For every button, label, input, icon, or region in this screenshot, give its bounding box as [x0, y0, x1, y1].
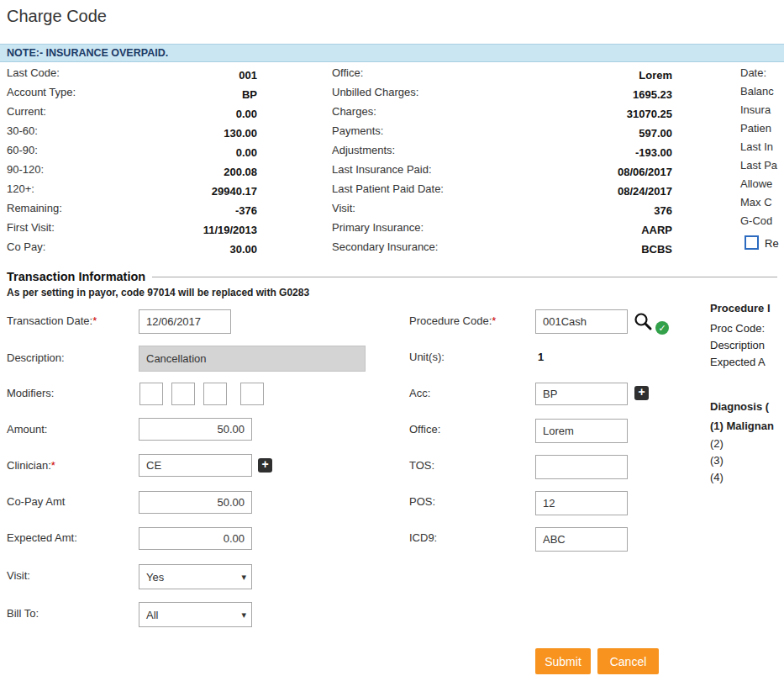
summary-value: 001	[239, 69, 257, 82]
transaction-section-header: Transaction Information	[7, 270, 777, 283]
summary-row: 30-60:130.00	[7, 124, 257, 144]
expected-amount-input[interactable]	[139, 527, 252, 550]
expected-amount-label: Expected Amt:	[7, 531, 77, 544]
summary-label: Unbilled Charges:	[332, 86, 418, 98]
clinician-input[interactable]	[139, 454, 252, 477]
summary-label: Remaining:	[7, 202, 62, 214]
summary-row: Last Code:001	[7, 66, 257, 86]
required-marker: *	[51, 459, 55, 472]
summary-row: Charges:31070.25	[332, 105, 672, 124]
summary-row: Co Pay:30.00	[7, 240, 257, 260]
transaction-date-input[interactable]	[139, 309, 231, 334]
office-input[interactable]	[535, 419, 628, 443]
summary-row: Account Type:BP	[7, 86, 257, 105]
diagnosis-item-1: (1) Malignan	[710, 420, 774, 432]
visit-select[interactable]: Yes ▾	[139, 564, 252, 589]
cancel-button[interactable]: Cancel	[597, 648, 659, 674]
visit-label: Visit:	[7, 569, 30, 582]
diagnosis-item-4: (4)	[710, 471, 723, 483]
summary-value: 11/19/2013	[203, 224, 257, 236]
tos-label: TOS:	[409, 459, 434, 472]
summary-row: Max C	[740, 196, 784, 214]
diagnosis-panel-title: Diagnosis (	[710, 400, 769, 413]
summary-row: Payments:597.00	[332, 124, 672, 144]
icd9-label: ICD9:	[409, 531, 437, 544]
diagnosis-item-2: (2)	[710, 437, 723, 450]
summary-value: 31070.25	[627, 108, 672, 120]
summary-label: Primary Insurance:	[332, 221, 424, 234]
procedure-code-input[interactable]	[535, 309, 628, 334]
summary-row: Current:0.00	[7, 105, 257, 124]
summary-row: Secondary Insurance:BCBS	[332, 240, 672, 260]
summary-label: Allowe	[740, 177, 772, 190]
summary-label: Date:	[740, 66, 766, 79]
summary-checkbox[interactable]	[745, 235, 759, 250]
summary-label: Last In	[740, 140, 773, 153]
submit-button[interactable]: Submit	[535, 648, 591, 674]
summary-value: 0.00	[236, 146, 257, 159]
acc-add-button[interactable]: +	[634, 386, 649, 400]
summary-value: 1695.23	[633, 88, 672, 101]
summary-row: Unbilled Charges:1695.23	[332, 86, 672, 105]
summary-label: G-Cod	[740, 214, 772, 227]
pos-input[interactable]	[535, 491, 628, 515]
summary-label: Current:	[7, 105, 46, 118]
icd9-input[interactable]	[535, 527, 628, 552]
bill-to-select[interactable]: All ▾	[139, 602, 252, 627]
modifier-input-2[interactable]	[171, 383, 195, 405]
summary-label: Secondary Insurance:	[332, 240, 438, 253]
summary-value: 597.00	[639, 127, 672, 140]
modifier-input-1[interactable]	[139, 383, 163, 405]
summary-row: Visit:376	[332, 202, 672, 221]
summary-value: 376	[654, 204, 672, 217]
summary-row: Last Patient Paid Date:08/24/2017	[332, 182, 672, 202]
copay-label: Co-Pay Amt	[7, 495, 65, 508]
modifiers-label: Modifiers:	[7, 387, 54, 399]
clinician-label: Clinician:*	[7, 459, 55, 472]
clinician-add-button[interactable]: +	[258, 458, 272, 473]
description-field: Cancellation	[139, 346, 366, 372]
amount-input[interactable]	[139, 418, 252, 441]
notice-bar: NOTE:- INSURANCE OVERPAID.	[0, 44, 784, 62]
acc-label: Acc:	[409, 387, 430, 399]
summary-row: Allowe	[740, 177, 784, 196]
charge-code-screen: Charge Code NOTE:- INSURANCE OVERPAID. L…	[0, 0, 784, 697]
summary-row: Date:	[740, 66, 784, 85]
required-marker: *	[92, 314, 97, 327]
summary-row: Insura	[740, 103, 784, 122]
pos-label: POS:	[409, 495, 435, 508]
tos-input[interactable]	[535, 455, 628, 479]
summary-value: 0.00	[236, 108, 257, 120]
modifier-input-4[interactable]	[240, 383, 264, 405]
summary-row: 90-120:200.08	[7, 163, 257, 182]
proc-description-label: Description	[710, 339, 765, 351]
summary-value: 130.00	[224, 127, 257, 140]
acc-input[interactable]	[535, 383, 628, 405]
summary-label: 30-60:	[7, 124, 38, 137]
proc-expected-label: Expected A	[710, 356, 766, 368]
summary-column-right: Date: Balanc Insura Patien Last In Last …	[740, 66, 784, 233]
modifier-input-3[interactable]	[203, 383, 227, 405]
description-label: Description:	[7, 351, 65, 364]
summary-label: Max C	[740, 196, 772, 209]
summary-label: 90-120:	[7, 163, 44, 176]
summary-label: 120+:	[7, 182, 34, 195]
copay-input[interactable]	[139, 491, 252, 514]
summary-value: -193.00	[635, 146, 672, 159]
payor-note: As per setting in payor, code 97014 will…	[7, 287, 309, 298]
office-label: Office:	[409, 423, 440, 436]
summary-row: Remaining:-376	[7, 202, 257, 221]
procedure-code-label: Procedure Code:*	[409, 314, 496, 327]
proc-code-label: Proc Code:	[710, 322, 765, 335]
summary-label: First Visit:	[7, 221, 55, 234]
summary-row: Balanc	[740, 85, 784, 103]
procedure-search-icon[interactable]	[633, 311, 653, 335]
summary-row: 60-90:0.00	[7, 144, 257, 163]
visit-select-value: Yes	[146, 571, 164, 583]
summary-value: Lorem	[639, 69, 672, 82]
summary-row: Last Pa	[740, 159, 784, 177]
summary-row: Last Insurance Paid:08/06/2017	[332, 163, 672, 182]
summary-value: -376	[235, 204, 257, 217]
summary-value: BP	[242, 88, 257, 101]
summary-label: Co Pay:	[7, 240, 45, 253]
